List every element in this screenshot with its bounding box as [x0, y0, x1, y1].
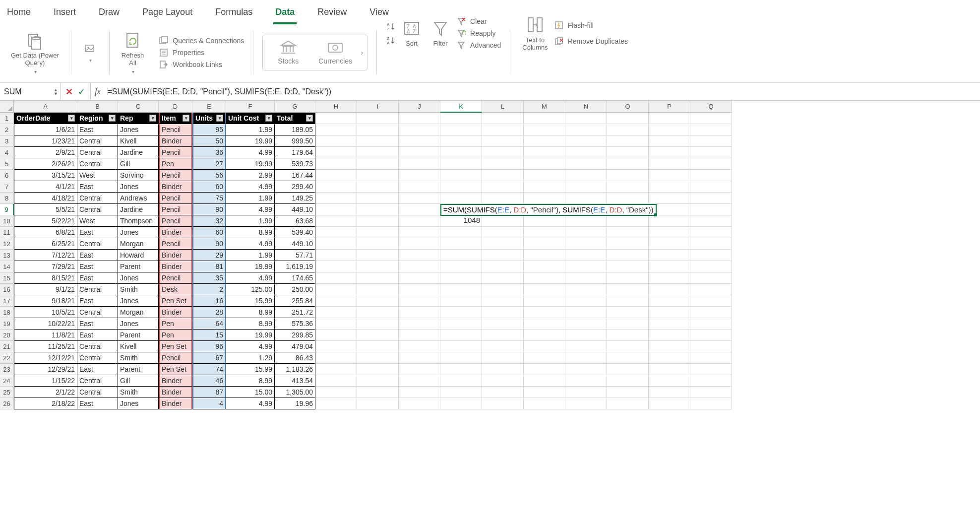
cell-E8[interactable]: 75 [192, 193, 226, 204]
cell-L24[interactable] [482, 375, 524, 387]
filter-dropdown-orderdate[interactable]: ▾ [68, 115, 75, 122]
cell-H12[interactable] [315, 238, 357, 250]
cell-C9[interactable]: Jardine [118, 204, 159, 215]
cell-C7[interactable]: Jones [118, 181, 159, 193]
row-header-18[interactable]: 18 [0, 307, 14, 318]
tab-page-layout[interactable]: Page Layout [140, 4, 194, 24]
row-header-8[interactable]: 8 [0, 193, 14, 204]
cell-J20[interactable] [399, 330, 440, 341]
cell-O12[interactable] [607, 238, 649, 250]
cell-F26[interactable]: 4.99 [226, 398, 275, 409]
cell-J2[interactable] [399, 124, 440, 135]
cell-N13[interactable] [565, 250, 607, 261]
cell-P2[interactable] [649, 124, 690, 135]
cell-J12[interactable] [399, 238, 440, 250]
cell-J23[interactable] [399, 364, 440, 375]
cell-P20[interactable] [649, 330, 690, 341]
cell-K23[interactable] [440, 364, 482, 375]
cell-B25[interactable]: Central [77, 387, 118, 398]
advanced-filter-button[interactable]: Advanced [456, 39, 501, 51]
cell-K12[interactable] [440, 238, 482, 250]
cell-O22[interactable] [607, 352, 649, 364]
row-header-17[interactable]: 17 [0, 295, 14, 307]
cell-Q24[interactable] [690, 375, 732, 387]
cell-P1[interactable] [649, 113, 690, 124]
cell-P6[interactable] [649, 170, 690, 181]
cell-B8[interactable]: Central [77, 193, 118, 204]
cell-L15[interactable] [482, 272, 524, 284]
filter-dropdown-item[interactable]: ▾ [183, 115, 189, 122]
chevron-right-icon[interactable]: › [361, 49, 363, 57]
cell-A5[interactable]: 2/26/21 [14, 158, 77, 170]
cell-C3[interactable]: Kivell [118, 135, 159, 147]
cell-N14[interactable] [565, 261, 607, 272]
cell-K1[interactable] [440, 113, 482, 124]
cell-Q8[interactable] [690, 193, 732, 204]
cell-B24[interactable]: Central [77, 375, 118, 387]
cell-L13[interactable] [482, 250, 524, 261]
cell-K22[interactable] [440, 352, 482, 364]
cell-D26[interactable]: Binder [159, 398, 192, 409]
row-header-16[interactable]: 16 [0, 284, 14, 295]
cell-N16[interactable] [565, 284, 607, 295]
cell-O16[interactable] [607, 284, 649, 295]
cell-H18[interactable] [315, 307, 357, 318]
cell-M7[interactable] [524, 181, 565, 193]
cell-H20[interactable] [315, 330, 357, 341]
cell-G26[interactable]: 19.96 [275, 398, 315, 409]
row-header-19[interactable]: 19 [0, 318, 14, 330]
cell-Q23[interactable] [690, 364, 732, 375]
cell-I3[interactable] [357, 135, 399, 147]
cell-N1[interactable] [565, 113, 607, 124]
cell-D1[interactable]: Item▾ [159, 113, 192, 124]
cell-N24[interactable] [565, 375, 607, 387]
cell-O8[interactable] [607, 193, 649, 204]
cell-I24[interactable] [357, 375, 399, 387]
cell-F20[interactable]: 19.99 [226, 330, 275, 341]
col-header-G[interactable]: G [275, 101, 315, 113]
cell-G5[interactable]: 539.73 [275, 158, 315, 170]
cell-D22[interactable]: Pencil [159, 352, 192, 364]
cell-A3[interactable]: 1/23/21 [14, 135, 77, 147]
filter-dropdown-unit-cost[interactable]: ▾ [265, 115, 272, 122]
cell-M11[interactable] [524, 227, 565, 238]
col-header-J[interactable]: J [399, 101, 440, 113]
cell-J18[interactable] [399, 307, 440, 318]
cell-G25[interactable]: 1,305.00 [275, 387, 315, 398]
cell-I1[interactable] [357, 113, 399, 124]
filter-button[interactable]: Filter [428, 17, 453, 49]
cell-E25[interactable]: 87 [192, 387, 226, 398]
flash-fill-button[interactable]: Flash-fill [554, 19, 594, 31]
cell-D5[interactable]: Pen [159, 158, 192, 170]
cell-F9[interactable]: 4.99 [226, 204, 275, 215]
cell-A23[interactable]: 12/29/21 [14, 364, 77, 375]
cell-Q15[interactable] [690, 272, 732, 284]
cell-F22[interactable]: 1.29 [226, 352, 275, 364]
cell-P21[interactable] [649, 341, 690, 352]
cell-P12[interactable] [649, 238, 690, 250]
cell-N12[interactable] [565, 238, 607, 250]
cell-J6[interactable] [399, 170, 440, 181]
cell-M16[interactable] [524, 284, 565, 295]
cell-A1[interactable]: OrderDate▾ [14, 113, 77, 124]
cell-O20[interactable] [607, 330, 649, 341]
cell-L6[interactable] [482, 170, 524, 181]
sort-desc-button[interactable]: ZA [386, 34, 396, 46]
cell-B21[interactable]: Central [77, 341, 118, 352]
cell-F11[interactable]: 8.99 [226, 227, 275, 238]
cell-E26[interactable]: 4 [192, 398, 226, 409]
col-header-A[interactable]: A [14, 101, 77, 113]
cell-Q18[interactable] [690, 307, 732, 318]
refresh-all-button[interactable]: Refresh All ▾ [119, 29, 147, 75]
cell-H17[interactable] [315, 295, 357, 307]
cell-O26[interactable] [607, 398, 649, 409]
cell-I20[interactable] [357, 330, 399, 341]
cell-K6[interactable] [440, 170, 482, 181]
cell-D24[interactable]: Binder [159, 375, 192, 387]
cell-A26[interactable]: 2/18/22 [14, 398, 77, 409]
cell-Q12[interactable] [690, 238, 732, 250]
cell-N6[interactable] [565, 170, 607, 181]
cell-L8[interactable] [482, 193, 524, 204]
cell-C13[interactable]: Howard [118, 250, 159, 261]
cell-L12[interactable] [482, 238, 524, 250]
